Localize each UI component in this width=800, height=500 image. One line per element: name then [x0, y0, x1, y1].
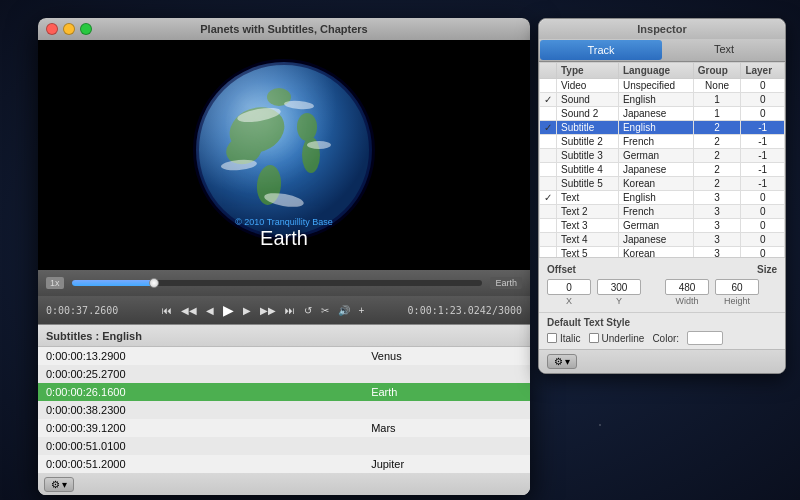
track-check[interactable]: [540, 107, 557, 121]
track-layer: 0: [741, 107, 785, 121]
subtitle-row[interactable]: 0:00:00:51.0100: [38, 437, 530, 455]
color-swatch[interactable]: [687, 331, 723, 345]
rewind-button[interactable]: ◀◀: [178, 303, 200, 318]
skip-back-10-button[interactable]: ⏮: [159, 303, 175, 318]
subtitle-row[interactable]: 0:00:00:25.2700: [38, 365, 530, 383]
track-row[interactable]: ✓ Text English 3 0: [540, 191, 785, 205]
track-layer: 0: [741, 191, 785, 205]
step-forward-button[interactable]: ▶: [240, 303, 254, 318]
track-row[interactable]: Text 5 Korean 3 0: [540, 247, 785, 258]
subtitle-time: 0:00:00:26.1600: [38, 383, 363, 401]
track-row[interactable]: Subtitle 3 German 2 -1: [540, 149, 785, 163]
tab-track[interactable]: Track: [540, 40, 662, 60]
offset-label: Offset: [547, 264, 576, 275]
track-check[interactable]: ✓: [540, 93, 557, 107]
italic-checkbox[interactable]: [547, 333, 557, 343]
track-row[interactable]: Video Unspecified None 0: [540, 79, 785, 93]
subtitle-text: Mars: [363, 419, 530, 437]
step-back-button[interactable]: ◀: [203, 303, 217, 318]
track-check[interactable]: [540, 149, 557, 163]
track-row[interactable]: ✓ Sound English 1 0: [540, 93, 785, 107]
track-language: Japanese: [618, 163, 693, 177]
track-language: English: [618, 93, 693, 107]
volume-button[interactable]: 🔊: [335, 303, 353, 318]
italic-label: Italic: [547, 333, 581, 344]
track-row[interactable]: Text 2 French 3 0: [540, 205, 785, 219]
track-row[interactable]: Text 4 Japanese 3 0: [540, 233, 785, 247]
maximize-button[interactable]: [80, 23, 92, 35]
track-row[interactable]: Sound 2 Japanese 1 0: [540, 107, 785, 121]
track-row[interactable]: Subtitle 2 French 2 -1: [540, 135, 785, 149]
subtitle-list-title: Subtitles : English: [46, 330, 142, 342]
track-check[interactable]: [540, 163, 557, 177]
track-row[interactable]: Subtitle 5 Korean 2 -1: [540, 177, 785, 191]
subtitle-list-header: Subtitles : English: [38, 325, 530, 347]
subtitle-text: Jupiter: [363, 455, 530, 473]
fast-forward-button[interactable]: ▶▶: [257, 303, 279, 318]
size-height-input[interactable]: [715, 279, 759, 295]
subtitle-gear-button[interactable]: ⚙ ▾: [44, 477, 74, 492]
track-check[interactable]: ✓: [540, 121, 557, 135]
track-check[interactable]: ✓: [540, 191, 557, 205]
subtitle-text: [363, 401, 530, 419]
track-check[interactable]: [540, 177, 557, 191]
track-layer: 0: [741, 205, 785, 219]
controls-bar: 1x Earth: [38, 270, 530, 296]
video-subtitle-label: Earth: [235, 227, 333, 250]
inspector-tabs: Track Text: [539, 39, 785, 62]
track-check[interactable]: [540, 135, 557, 149]
underline-label: Underline: [589, 333, 645, 344]
inspector-gear-button[interactable]: ⚙ ▾: [547, 354, 577, 369]
gear-icon: ⚙: [51, 479, 60, 490]
track-group: 2: [693, 121, 741, 135]
loop-button[interactable]: ↺: [301, 303, 315, 318]
inspector-footer: ⚙ ▾: [539, 349, 785, 373]
track-check[interactable]: [540, 205, 557, 219]
trim-button[interactable]: ✂: [318, 303, 332, 318]
close-button[interactable]: [46, 23, 58, 35]
progress-bar[interactable]: [72, 280, 483, 286]
play-button[interactable]: ▶: [220, 300, 237, 320]
subtitle-row[interactable]: 0:00:00:26.1600 Earth: [38, 383, 530, 401]
skip-forward-button[interactable]: ⏭: [282, 303, 298, 318]
track-row[interactable]: Text 3 German 3 0: [540, 219, 785, 233]
track-group: 2: [693, 163, 741, 177]
col-type: Type: [557, 63, 619, 79]
color-label: Color:: [652, 333, 679, 344]
subtitle-text: Venus: [363, 347, 530, 365]
track-check[interactable]: [540, 79, 557, 93]
add-button[interactable]: +: [356, 303, 368, 318]
col-language: Language: [618, 63, 693, 79]
offset-x-field: X: [547, 279, 591, 306]
subtitle-row[interactable]: 0:00:00:51.2000 Jupiter: [38, 455, 530, 473]
subtitle-row[interactable]: 0:00:00:39.1200 Mars: [38, 419, 530, 437]
size-width-label: Width: [675, 296, 698, 306]
track-group: 2: [693, 149, 741, 163]
underline-checkbox[interactable]: [589, 333, 599, 343]
subtitle-row[interactable]: 0:00:00:13.2900 Venus: [38, 347, 530, 365]
track-check[interactable]: [540, 233, 557, 247]
text-style-row: Italic Underline Color:: [547, 331, 777, 345]
inspector-title: Inspector: [637, 23, 687, 35]
subtitle-footer: ⚙ ▾: [38, 473, 530, 495]
track-row[interactable]: Subtitle 4 Japanese 2 -1: [540, 163, 785, 177]
size-width-field: Width: [665, 279, 709, 306]
offset-x-input[interactable]: [547, 279, 591, 295]
subtitle-text: [363, 437, 530, 455]
track-check[interactable]: [540, 219, 557, 233]
subtitle-time: 0:00:00:13.2900: [38, 347, 363, 365]
subtitle-row[interactable]: 0:00:00:38.2300: [38, 401, 530, 419]
size-width-input[interactable]: [665, 279, 709, 295]
track-row[interactable]: ✓ Subtitle English 2 -1: [540, 121, 785, 135]
track-check[interactable]: [540, 247, 557, 258]
subtitle-time: 0:00:00:39.1200: [38, 419, 363, 437]
progress-fill: [72, 280, 154, 286]
track-language: Unspecified: [618, 79, 693, 93]
track-table-container: Type Language Group Layer Video Unspecif…: [539, 62, 785, 257]
track-language: Japanese: [618, 233, 693, 247]
tab-text[interactable]: Text: [663, 39, 785, 59]
minimize-button[interactable]: [63, 23, 75, 35]
track-layer: -1: [741, 149, 785, 163]
offset-y-input[interactable]: [597, 279, 641, 295]
speed-indicator: 1x: [46, 277, 64, 289]
